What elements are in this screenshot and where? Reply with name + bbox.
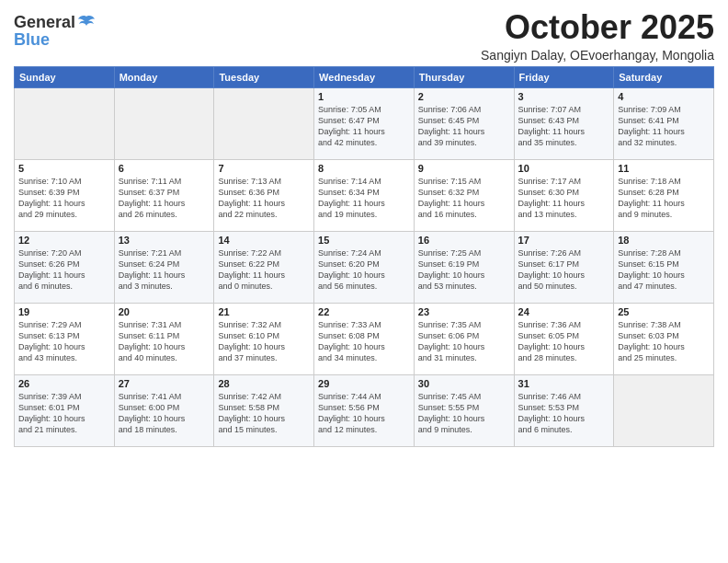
calendar-cell: 21Sunrise: 7:32 AM Sunset: 6:10 PM Dayli… [214, 303, 314, 374]
calendar-cell: 3Sunrise: 7:07 AM Sunset: 6:43 PM Daylig… [514, 87, 614, 159]
calendar-cell: 5Sunrise: 7:10 AM Sunset: 6:39 PM Daylig… [15, 159, 115, 231]
day-info: Sunrise: 7:33 AM Sunset: 6:08 PM Dayligh… [318, 319, 410, 364]
day-info: Sunrise: 7:35 AM Sunset: 6:06 PM Dayligh… [418, 319, 510, 364]
calendar-cell [114, 87, 214, 159]
day-number: 23 [418, 306, 510, 317]
day-info: Sunrise: 7:18 AM Sunset: 6:28 PM Dayligh… [618, 176, 710, 221]
weekday-header: Monday [114, 66, 214, 87]
weekday-header-row: SundayMondayTuesdayWednesdayThursdayFrid… [15, 66, 714, 87]
day-info: Sunrise: 7:26 AM Sunset: 6:17 PM Dayligh… [518, 247, 610, 293]
calendar-cell: 18Sunrise: 7:28 AM Sunset: 6:15 PM Dayli… [614, 231, 714, 303]
day-number: 8 [318, 163, 410, 174]
day-info: Sunrise: 7:39 AM Sunset: 6:01 PM Dayligh… [18, 391, 110, 436]
day-info: Sunrise: 7:10 AM Sunset: 6:39 PM Dayligh… [18, 176, 110, 221]
day-info: Sunrise: 7:41 AM Sunset: 6:00 PM Dayligh… [119, 391, 210, 436]
calendar-cell: 12Sunrise: 7:20 AM Sunset: 6:26 PM Dayli… [15, 231, 115, 303]
day-info: Sunrise: 7:15 AM Sunset: 6:32 PM Dayligh… [418, 176, 510, 221]
title-block: October 2025 Sangiyn Dalay, OEvoerhangay… [481, 9, 714, 63]
day-info: Sunrise: 7:42 AM Sunset: 5:58 PM Dayligh… [218, 391, 310, 436]
day-number: 14 [218, 235, 310, 246]
calendar-cell: 13Sunrise: 7:21 AM Sunset: 6:24 PM Dayli… [114, 231, 214, 303]
day-info: Sunrise: 7:17 AM Sunset: 6:30 PM Dayligh… [518, 176, 610, 221]
day-info: Sunrise: 7:09 AM Sunset: 6:41 PM Dayligh… [618, 104, 710, 149]
calendar-cell: 24Sunrise: 7:36 AM Sunset: 6:05 PM Dayli… [514, 303, 614, 374]
calendar-week-row: 26Sunrise: 7:39 AM Sunset: 6:01 PM Dayli… [15, 374, 714, 446]
calendar-cell: 17Sunrise: 7:26 AM Sunset: 6:17 PM Dayli… [514, 231, 614, 303]
day-info: Sunrise: 7:38 AM Sunset: 6:03 PM Dayligh… [618, 319, 710, 364]
day-number: 20 [119, 306, 210, 317]
calendar-cell: 10Sunrise: 7:17 AM Sunset: 6:30 PM Dayli… [514, 159, 614, 231]
day-number: 25 [618, 306, 710, 317]
day-info: Sunrise: 7:22 AM Sunset: 6:22 PM Dayligh… [218, 247, 310, 293]
day-number: 24 [518, 306, 610, 317]
calendar-cell: 28Sunrise: 7:42 AM Sunset: 5:58 PM Dayli… [214, 374, 314, 446]
month-title: October 2025 [481, 9, 714, 46]
day-info: Sunrise: 7:24 AM Sunset: 6:20 PM Dayligh… [318, 247, 410, 293]
day-info: Sunrise: 7:28 AM Sunset: 6:15 PM Dayligh… [618, 247, 710, 293]
day-info: Sunrise: 7:14 AM Sunset: 6:34 PM Dayligh… [318, 176, 410, 221]
day-info: Sunrise: 7:32 AM Sunset: 6:10 PM Dayligh… [218, 319, 310, 364]
day-number: 12 [18, 235, 110, 246]
calendar-cell: 14Sunrise: 7:22 AM Sunset: 6:22 PM Dayli… [214, 231, 314, 303]
calendar-cell: 2Sunrise: 7:06 AM Sunset: 6:45 PM Daylig… [414, 87, 514, 159]
calendar-week-row: 19Sunrise: 7:29 AM Sunset: 6:13 PM Dayli… [15, 303, 714, 374]
calendar-cell: 16Sunrise: 7:25 AM Sunset: 6:19 PM Dayli… [414, 231, 514, 303]
location-subtitle: Sangiyn Dalay, OEvoerhangay, Mongolia [481, 48, 714, 63]
calendar-cell: 4Sunrise: 7:09 AM Sunset: 6:41 PM Daylig… [614, 87, 714, 159]
day-info: Sunrise: 7:07 AM Sunset: 6:43 PM Dayligh… [518, 104, 610, 149]
day-number: 11 [618, 163, 710, 174]
day-number: 26 [18, 378, 110, 389]
calendar-week-row: 5Sunrise: 7:10 AM Sunset: 6:39 PM Daylig… [15, 159, 714, 231]
day-number: 15 [318, 235, 410, 246]
weekday-header: Thursday [414, 66, 514, 87]
calendar-cell [214, 87, 314, 159]
day-number: 2 [418, 91, 510, 102]
day-number: 29 [318, 378, 410, 389]
day-number: 3 [518, 91, 610, 102]
calendar-cell: 6Sunrise: 7:11 AM Sunset: 6:37 PM Daylig… [114, 159, 214, 231]
logo-bird-icon [77, 15, 96, 31]
day-info: Sunrise: 7:46 AM Sunset: 5:53 PM Dayligh… [518, 391, 610, 436]
weekday-header: Sunday [15, 66, 115, 87]
day-info: Sunrise: 7:21 AM Sunset: 6:24 PM Dayligh… [119, 247, 210, 293]
day-number: 28 [218, 378, 310, 389]
calendar-cell: 25Sunrise: 7:38 AM Sunset: 6:03 PM Dayli… [614, 303, 714, 374]
day-info: Sunrise: 7:13 AM Sunset: 6:36 PM Dayligh… [218, 176, 310, 221]
day-number: 16 [418, 235, 510, 246]
calendar-cell [15, 87, 115, 159]
calendar-cell: 19Sunrise: 7:29 AM Sunset: 6:13 PM Dayli… [15, 303, 115, 374]
calendar-cell [614, 374, 714, 446]
day-number: 4 [618, 91, 710, 102]
header: General Blue October 2025 Sangiyn Dalay,… [14, 9, 714, 63]
day-info: Sunrise: 7:36 AM Sunset: 6:05 PM Dayligh… [518, 319, 610, 364]
day-number: 17 [518, 235, 610, 246]
weekday-header: Tuesday [214, 66, 314, 87]
day-number: 21 [218, 306, 310, 317]
logo: General Blue [14, 13, 96, 50]
calendar-week-row: 12Sunrise: 7:20 AM Sunset: 6:26 PM Dayli… [15, 231, 714, 303]
logo-general: General [14, 13, 75, 32]
calendar-cell: 20Sunrise: 7:31 AM Sunset: 6:11 PM Dayli… [114, 303, 214, 374]
day-number: 6 [119, 163, 210, 174]
calendar-cell: 29Sunrise: 7:44 AM Sunset: 5:56 PM Dayli… [314, 374, 415, 446]
calendar-cell: 1Sunrise: 7:05 AM Sunset: 6:47 PM Daylig… [314, 87, 415, 159]
day-number: 19 [18, 306, 110, 317]
calendar-cell: 27Sunrise: 7:41 AM Sunset: 6:00 PM Dayli… [114, 374, 214, 446]
calendar-cell: 31Sunrise: 7:46 AM Sunset: 5:53 PM Dayli… [514, 374, 614, 446]
calendar-cell: 30Sunrise: 7:45 AM Sunset: 5:55 PM Dayli… [414, 374, 514, 446]
day-info: Sunrise: 7:44 AM Sunset: 5:56 PM Dayligh… [318, 391, 410, 436]
weekday-header: Saturday [614, 66, 714, 87]
weekday-header: Wednesday [314, 66, 415, 87]
page-container: General Blue October 2025 Sangiyn Dalay,… [0, 0, 728, 454]
day-info: Sunrise: 7:20 AM Sunset: 6:26 PM Dayligh… [18, 247, 110, 293]
day-number: 18 [618, 235, 710, 246]
day-info: Sunrise: 7:11 AM Sunset: 6:37 PM Dayligh… [119, 176, 210, 221]
calendar-cell: 8Sunrise: 7:14 AM Sunset: 6:34 PM Daylig… [314, 159, 415, 231]
day-number: 13 [119, 235, 210, 246]
day-number: 1 [318, 91, 410, 102]
calendar-cell: 15Sunrise: 7:24 AM Sunset: 6:20 PM Dayli… [314, 231, 415, 303]
calendar-table: SundayMondayTuesdayWednesdayThursdayFrid… [14, 66, 714, 447]
weekday-header: Friday [514, 66, 614, 87]
logo-blue: Blue [14, 30, 96, 50]
calendar-cell: 7Sunrise: 7:13 AM Sunset: 6:36 PM Daylig… [214, 159, 314, 231]
